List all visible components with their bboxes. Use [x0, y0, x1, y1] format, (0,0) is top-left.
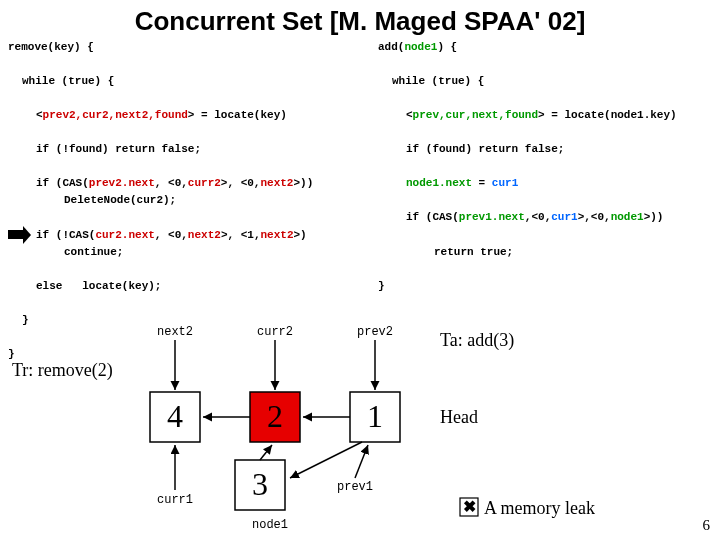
node-2: 2 [267, 398, 283, 434]
rm-l5a: if (CAS( [36, 177, 89, 189]
slide-title: Concurrent Set [M. Maged SPAA' 02] [0, 0, 720, 39]
rm-l6: DeleteNode(cur2); [8, 192, 176, 209]
rm-l9a: else [36, 280, 62, 292]
svg-rect-4 [250, 392, 300, 442]
ad-l1b: node1 [404, 41, 437, 53]
ad-l1c: ) { [437, 41, 457, 53]
ad-l5a: node1.next [406, 177, 472, 189]
rm-l5g: >)) [293, 177, 313, 189]
svg-line-9 [260, 445, 272, 460]
ad-l4: if (found) return false; [378, 141, 564, 158]
rm-l5b: prev2.next [89, 177, 155, 189]
svg-rect-8 [235, 460, 285, 510]
rm-l7c: , <0, [155, 229, 188, 241]
rm-l3b: prev2,cur2,next2,found [43, 109, 188, 121]
rm-l7e: >, <1, [221, 229, 261, 241]
svg-line-12 [355, 445, 368, 478]
node-4: 4 [167, 398, 183, 434]
rm-l5c: , <0, [155, 177, 188, 189]
rm-l7b: cur2.next [95, 229, 154, 241]
svg-rect-13 [460, 498, 478, 516]
rm-l11: } [8, 348, 15, 360]
ad-l7: return true; [378, 244, 513, 261]
thread-add-label: Ta: add(3) [440, 330, 514, 351]
ad-l3c: > = locate(node1.key) [538, 109, 677, 121]
arrow-icon [8, 230, 24, 239]
svg-rect-5 [350, 392, 400, 442]
rm-l3a: < [36, 109, 43, 121]
ad-l3a: < [406, 109, 413, 121]
ad-l6c: ,<0, [525, 211, 551, 223]
ad-l6g: >)) [644, 211, 664, 223]
rm-l9b: locate(key); [82, 280, 161, 292]
add-code: add(node1) { while (true) { <prev,cur,ne… [378, 39, 708, 363]
ad-l6d: cur1 [551, 211, 577, 223]
rm-l8: continue; [8, 244, 123, 261]
head-label: Head [440, 407, 478, 427]
ad-l2: while (true) { [378, 73, 484, 90]
rm-l2: while (true) { [8, 73, 114, 90]
ad-l1a: add( [378, 41, 404, 53]
ad-l3b: prev,cur,next,found [413, 109, 538, 121]
ad-l5c: cur1 [492, 177, 518, 189]
curr1-label: curr1 [157, 493, 193, 507]
ad-l6f: node1 [611, 211, 644, 223]
svg-rect-3 [150, 392, 200, 442]
code-columns: remove(key) { while (true) { <prev2,cur2… [0, 39, 720, 363]
rm-l7a: if (!CAS( [36, 229, 95, 241]
rm-l5d: curr2 [188, 177, 221, 189]
rm-l3c: > = locate(key) [188, 109, 287, 121]
node-1: 1 [367, 398, 383, 434]
rm-l7f: next2 [260, 229, 293, 241]
memory-leak-label: A memory leak [484, 498, 595, 518]
rm-l5e: >, <0, [221, 177, 261, 189]
rm-l4: if (!found) return false; [8, 141, 201, 158]
ad-l5b: = [472, 177, 492, 189]
node-3: 3 [252, 466, 268, 502]
rm-l7g: >) [294, 229, 307, 241]
ad-l6e: >,<0, [578, 211, 611, 223]
ad-l6b: prev1.next [459, 211, 525, 223]
rm-l7d: next2 [188, 229, 221, 241]
ad-l6a: if (CAS( [406, 211, 459, 223]
prev1-label: prev1 [337, 480, 373, 494]
node1-label: node1 [252, 518, 288, 532]
ad-l8: } [378, 280, 385, 292]
rm-l5f: next2 [260, 177, 293, 189]
svg-text:✖: ✖ [463, 498, 476, 515]
page-number: 6 [703, 517, 711, 534]
remove-code: remove(key) { while (true) { <prev2,cur2… [8, 39, 378, 363]
svg-line-10 [290, 442, 362, 478]
thread-remove-label: Tr: remove(2) [12, 360, 113, 381]
rm-l1: remove(key) { [8, 41, 94, 53]
rm-l10: } [8, 312, 29, 329]
